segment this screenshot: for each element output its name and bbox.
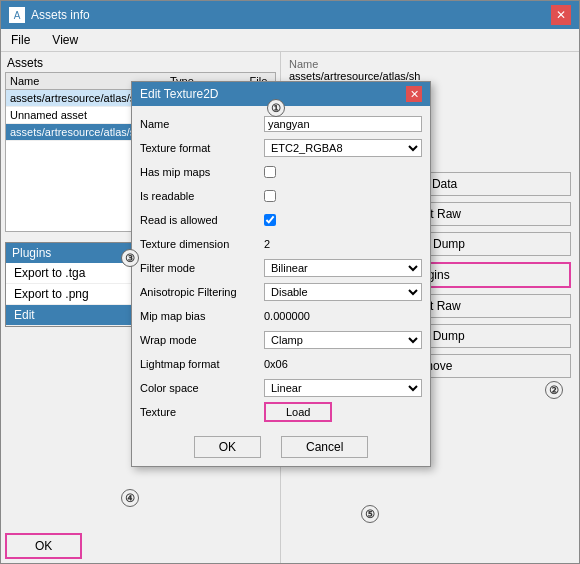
field-mip-map-bias-value: 0.000000 bbox=[264, 310, 422, 322]
field-texture: Texture Load bbox=[140, 402, 422, 422]
field-texture-dimension-value: 2 bbox=[264, 238, 422, 250]
field-anisotropic-select[interactable]: Disable bbox=[264, 283, 422, 301]
field-lightmap-format: Lightmap format 0x06 bbox=[140, 354, 422, 374]
field-texture-label: Texture bbox=[140, 406, 260, 418]
window-close-button[interactable]: ✕ bbox=[551, 5, 571, 25]
app-icon: A bbox=[9, 7, 25, 23]
field-filter-mode-select[interactable]: Bilinear bbox=[264, 259, 422, 277]
name-label: Name bbox=[289, 58, 571, 70]
window-title: Assets info bbox=[31, 8, 90, 22]
plugins-item-export-tga[interactable]: Export to .tga bbox=[6, 263, 144, 284]
field-has-mip-maps: Has mip maps bbox=[140, 162, 422, 182]
left-bottom: OK bbox=[5, 525, 276, 559]
dialog-body: Name Texture format ETC2_RGBA8 Has mip m… bbox=[132, 106, 430, 430]
field-name-input[interactable] bbox=[264, 116, 422, 132]
dialog-footer: OK Cancel bbox=[132, 430, 430, 466]
field-read-is-allowed: Read is allowed bbox=[140, 210, 422, 230]
field-color-space: Color space Linear bbox=[140, 378, 422, 398]
field-mip-map-bias: Mip map bias 0.000000 bbox=[140, 306, 422, 326]
field-texture-dimension-label: Texture dimension bbox=[140, 238, 260, 250]
badge-3: ③ bbox=[121, 249, 139, 267]
field-anisotropic-label: Anisotropic Filtering bbox=[140, 286, 260, 298]
field-texture-format-label: Texture format bbox=[140, 142, 260, 154]
field-lightmap-format-label: Lightmap format bbox=[140, 358, 260, 370]
title-bar: A Assets info ✕ bbox=[1, 1, 579, 29]
dialog-title-text: Edit Texture2D bbox=[140, 87, 219, 101]
name-field: Name assets/artresource/atlas/sh bbox=[289, 58, 571, 82]
dialog-ok-button[interactable]: OK bbox=[194, 436, 261, 458]
field-wrap-mode-label: Wrap mode bbox=[140, 334, 260, 346]
field-filter-mode-label: Filter mode bbox=[140, 262, 260, 274]
badge-2: ② bbox=[545, 381, 563, 399]
field-has-mip-maps-label: Has mip maps bbox=[140, 166, 260, 178]
field-is-readable-label: Is readable bbox=[140, 190, 260, 202]
field-is-readable-checkbox[interactable] bbox=[264, 190, 276, 202]
field-texture-format: Texture format ETC2_RGBA8 bbox=[140, 138, 422, 158]
load-button[interactable]: Load bbox=[264, 402, 332, 422]
field-name: Name bbox=[140, 114, 422, 134]
badge-5: ⑤ bbox=[361, 505, 379, 523]
field-filter-mode: Filter mode Bilinear bbox=[140, 258, 422, 278]
field-color-space-label: Color space bbox=[140, 382, 260, 394]
field-read-is-allowed-checkbox[interactable] bbox=[264, 214, 276, 226]
menu-file[interactable]: File bbox=[5, 31, 36, 49]
menu-bar: File View bbox=[1, 29, 579, 52]
field-texture-dimension: Texture dimension 2 bbox=[140, 234, 422, 254]
field-lightmap-format-value: 0x06 bbox=[264, 358, 422, 370]
texture-dialog: Edit Texture2D ✕ Name Texture format ETC… bbox=[131, 81, 431, 467]
field-anisotropic: Anisotropic Filtering Disable bbox=[140, 282, 422, 302]
field-wrap-mode-select[interactable]: Clamp bbox=[264, 331, 422, 349]
dialog-cancel-button[interactable]: Cancel bbox=[281, 436, 368, 458]
plugins-item-export-png[interactable]: Export to .png bbox=[6, 284, 144, 305]
field-read-is-allowed-label: Read is allowed bbox=[140, 214, 260, 226]
dialog-close-button[interactable]: ✕ bbox=[406, 86, 422, 102]
field-has-mip-maps-checkbox[interactable] bbox=[264, 166, 276, 178]
field-name-label: Name bbox=[140, 118, 260, 130]
badge-4: ④ bbox=[121, 489, 139, 507]
badge-1: ① bbox=[267, 99, 285, 117]
plugins-list: Export to .tga Export to .png Edit bbox=[6, 263, 144, 326]
menu-view[interactable]: View bbox=[46, 31, 84, 49]
ok-button-left[interactable]: OK bbox=[5, 533, 82, 559]
field-is-readable: Is readable bbox=[140, 186, 422, 206]
field-wrap-mode: Wrap mode Clamp bbox=[140, 330, 422, 350]
field-texture-format-select[interactable]: ETC2_RGBA8 bbox=[264, 139, 422, 157]
plugins-item-edit[interactable]: Edit bbox=[6, 305, 144, 326]
field-mip-map-bias-label: Mip map bias bbox=[140, 310, 260, 322]
field-color-space-select[interactable]: Linear bbox=[264, 379, 422, 397]
assets-label: Assets bbox=[5, 56, 276, 70]
